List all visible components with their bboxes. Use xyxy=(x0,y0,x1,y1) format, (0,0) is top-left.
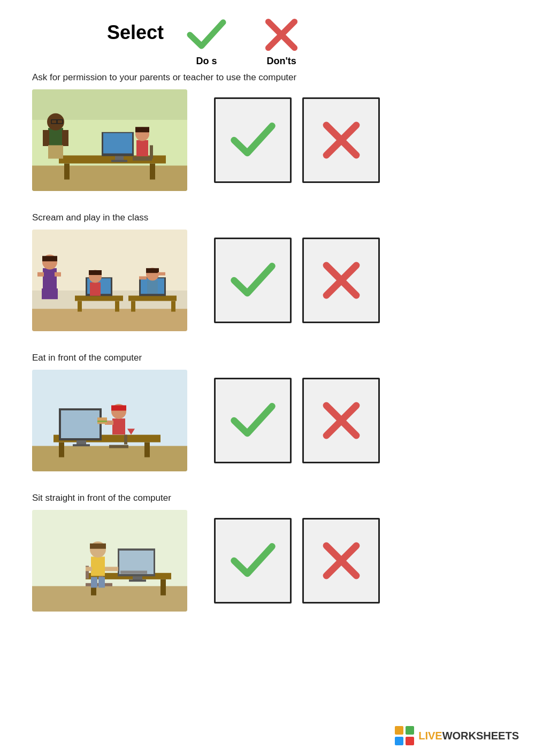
scene-1-canvas xyxy=(32,89,187,191)
dos-legend: Do s xyxy=(185,16,228,67)
question-4-text: Sit straight in front of the computer xyxy=(32,493,503,503)
question-3-check-button[interactable] xyxy=(214,378,292,463)
question-2-x-button[interactable] xyxy=(302,238,380,323)
checkmark-icon xyxy=(185,16,228,54)
x-option-icon xyxy=(320,119,363,162)
question-4-answers xyxy=(214,518,380,604)
legend: Do s Don'ts xyxy=(185,16,303,67)
question-2-text: Scream and play in the class xyxy=(32,212,503,223)
logo-worksheets-text: WORKSHEETS xyxy=(442,730,519,742)
scene-4-image xyxy=(32,510,187,612)
question-2-answers xyxy=(214,238,380,323)
scene-3-image xyxy=(32,370,187,471)
scene-4-canvas xyxy=(32,510,187,612)
question-4-row xyxy=(32,510,503,612)
question-3-section: Eat in front of the computer xyxy=(32,353,503,471)
x-option-icon-2 xyxy=(320,259,363,302)
question-3-row xyxy=(32,370,503,471)
check-option-icon xyxy=(229,119,277,162)
scene-3-canvas xyxy=(32,370,187,471)
question-3-answers xyxy=(214,378,380,463)
question-1-answers xyxy=(214,97,380,183)
question-2-row xyxy=(32,230,503,331)
dos-label: Do s xyxy=(196,56,217,67)
svg-rect-12 xyxy=(395,737,403,745)
question-3-text: Eat in front of the computer xyxy=(32,353,503,363)
question-1-row xyxy=(32,89,503,191)
x-option-icon-4 xyxy=(320,539,363,582)
check-option-icon-2 xyxy=(229,259,277,302)
svg-rect-10 xyxy=(395,726,403,735)
question-4-x-button[interactable] xyxy=(302,518,380,604)
question-1-check-button[interactable] xyxy=(214,97,292,183)
question-4-check-button[interactable] xyxy=(214,518,292,604)
scene-2-canvas xyxy=(32,230,187,331)
footer-logo: LIVEWORKSHEETS xyxy=(395,726,519,745)
question-1-x-button[interactable] xyxy=(302,97,380,183)
header: Select Do s Don'ts xyxy=(32,16,503,67)
svg-rect-13 xyxy=(406,737,414,745)
question-2-section: Scream and play in the class xyxy=(32,212,503,331)
check-option-icon-4 xyxy=(229,539,277,582)
page-title: Select xyxy=(107,21,164,44)
question-1-text: Ask for permission to your parents or te… xyxy=(32,72,503,83)
donts-label: Don'ts xyxy=(266,56,296,67)
logo-text: LIVEWORKSHEETS xyxy=(418,730,519,742)
scene-2-image xyxy=(32,230,187,331)
question-4-section: Sit straight in front of the computer xyxy=(32,493,503,612)
question-1-section: Ask for permission to your parents or te… xyxy=(32,72,503,191)
question-3-x-button[interactable] xyxy=(302,378,380,463)
svg-rect-11 xyxy=(406,726,414,735)
scene-1-image xyxy=(32,89,187,191)
question-2-check-button[interactable] xyxy=(214,238,292,323)
x-icon xyxy=(260,16,303,54)
logo-live-text: LIVE xyxy=(418,730,442,742)
donts-legend: Don'ts xyxy=(260,16,303,67)
liveworksheets-logo-icon xyxy=(395,726,414,745)
x-option-icon-3 xyxy=(320,399,363,442)
check-option-icon-3 xyxy=(229,399,277,442)
